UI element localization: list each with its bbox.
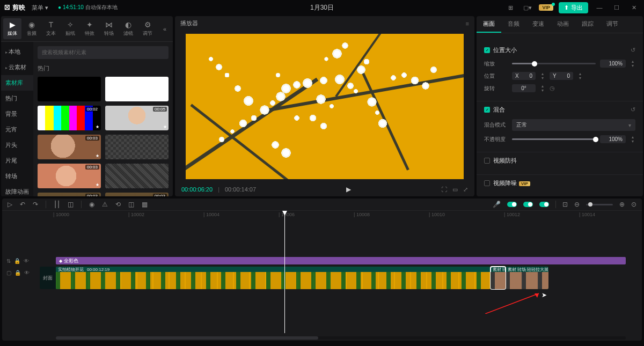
reverse-icon[interactable]: ⟲	[115, 201, 121, 208]
stabilize-checkbox[interactable]	[484, 158, 490, 164]
sidebar-item-8[interactable]: 转场	[1, 168, 33, 184]
pos-size-checkbox[interactable]: ✓	[484, 47, 490, 53]
minimize-button[interactable]: —	[594, 2, 605, 13]
play-button[interactable]: ▶	[346, 186, 351, 193]
video-clip-1[interactable]: 实拍植物开花00:00:12:19	[56, 267, 491, 289]
overlay-track-header[interactable]: ⇅🔒👁	[2, 255, 40, 267]
sidebar-item-5[interactable]: 元宵	[1, 122, 33, 137]
media-tab-6[interactable]: ◐滤镜	[119, 18, 137, 39]
select-tool-icon[interactable]: ▷	[8, 201, 12, 208]
viewport-original-icon[interactable]: ⛶	[441, 186, 447, 193]
freeze-icon[interactable]: ▦	[142, 201, 148, 208]
media-thumb-8[interactable]: 00:03	[38, 193, 101, 196]
scale-slider[interactable]	[512, 63, 596, 64]
sidebar-item-0[interactable]: 本地	[1, 44, 33, 60]
video-track-header[interactable]: ▢🔒👁	[2, 267, 40, 278]
search-input[interactable]: 搜索视频素材/元素	[38, 46, 169, 59]
inspector-tab-1[interactable]: 音频	[501, 16, 526, 33]
split-tool-icon[interactable]: ⎮⎮	[54, 201, 60, 208]
media-tab-2[interactable]: T文本	[42, 18, 60, 39]
media-tab-5[interactable]: ⋈转场	[100, 18, 118, 39]
snap-toggle-2[interactable]	[523, 202, 533, 207]
pos-x-input[interactable]: X0	[512, 72, 536, 80]
opacity-slider[interactable]	[512, 138, 596, 140]
scale-value[interactable]: 100%	[600, 60, 626, 68]
media-thumb-4[interactable]: 00:03★	[38, 135, 101, 159]
video-clip-2[interactable]: 素材 转	[491, 267, 506, 289]
media-tab-0[interactable]: ▶媒体	[3, 18, 21, 39]
overlay-clip[interactable]: ◆ 全彩色	[56, 257, 626, 264]
media-thumb-2[interactable]: 00:02★	[38, 106, 101, 130]
player-viewport[interactable]	[175, 31, 474, 182]
opacity-value[interactable]: 100%	[600, 135, 626, 143]
maximize-button[interactable]: ☐	[611, 2, 623, 13]
snap-toggle-1[interactable]	[507, 202, 517, 207]
blend-checkbox[interactable]: ✓	[484, 107, 490, 113]
shortcuts-icon[interactable]: ⊞	[504, 2, 516, 13]
scale-stepper[interactable]: ▴▾	[630, 60, 635, 67]
preview-mode-icon[interactable]: ⊡	[562, 201, 568, 208]
snap-toggle-3[interactable]	[539, 202, 549, 207]
inspector-tab-4[interactable]: 跟踪	[575, 16, 600, 33]
media-thumb-1[interactable]	[105, 77, 169, 101]
inspector-tab-0[interactable]: 画面	[477, 16, 501, 33]
player-menu-icon[interactable]: ≡	[466, 20, 469, 27]
rotation-dial-icon[interactable]: ◷	[550, 85, 555, 92]
zoom-out-icon[interactable]: ⊖	[574, 201, 580, 208]
media-thumb-9[interactable]: 00:03	[105, 193, 169, 196]
scale-label: 缩放	[484, 60, 508, 68]
inspector-tab-5[interactable]: 调节	[600, 16, 625, 33]
close-button[interactable]: ✕	[628, 2, 640, 13]
mic-icon[interactable]: 🎤	[493, 201, 501, 208]
viewport-ratio-icon[interactable]: ▭	[452, 186, 458, 193]
rotation-input[interactable]: 0°	[512, 84, 536, 92]
blend-reset-icon[interactable]: ↺	[631, 106, 635, 113]
rot-stepper[interactable]: ▴▾	[540, 84, 545, 92]
media-tab-4[interactable]: ✦特效	[80, 18, 99, 39]
video-clip-3[interactable]: 素材 转场 轻轻拉大展 00	[506, 267, 548, 289]
media-tab-7[interactable]: ⚙调节	[138, 18, 157, 39]
pos-size-reset-icon[interactable]: ↺	[631, 47, 635, 54]
preview-icon[interactable]: ◉	[89, 201, 94, 208]
crop-icon[interactable]: ◫	[128, 201, 134, 208]
pos-x-stepper[interactable]: ▴▾	[540, 72, 545, 79]
sidebar-item-3[interactable]: 热门	[1, 91, 33, 106]
vip-badge[interactable]: VIP	[539, 4, 553, 11]
sidebar-item-4[interactable]: 背景	[1, 106, 33, 122]
export-button[interactable]: ⬆ 导出	[559, 2, 588, 13]
sidebar-item-9[interactable]: 故障动画	[1, 184, 33, 196]
undo-icon[interactable]: ↶	[20, 201, 25, 208]
warning-icon[interactable]: ⚠	[102, 201, 108, 208]
media-thumb-0[interactable]	[38, 77, 101, 101]
collapse-panel-icon[interactable]: «	[159, 24, 171, 34]
sidebar-item-7[interactable]: 片尾	[1, 153, 33, 168]
timeline-scrollbar[interactable]	[56, 336, 626, 340]
blend-mode-select[interactable]: 正常▾	[512, 119, 635, 131]
inspector-tab-2[interactable]: 变速	[526, 16, 551, 33]
media-thumb-3[interactable]: 00:05★	[105, 106, 169, 130]
cover-button[interactable]: 封面	[40, 267, 56, 289]
pos-y-stepper[interactable]: ▴▾	[577, 72, 583, 79]
inspector-tab-3[interactable]: 动画	[551, 16, 575, 33]
playhead[interactable]	[284, 211, 285, 333]
layout-icon[interactable]: ▢▾	[522, 2, 533, 13]
delete-left-icon[interactable]: ◫	[68, 201, 74, 208]
denoise-checkbox[interactable]	[484, 180, 490, 186]
media-thumb-5[interactable]	[105, 135, 169, 159]
menu-button[interactable]: 菜单 ▾	[32, 4, 48, 12]
fullscreen-icon[interactable]: ⤢	[463, 186, 468, 193]
media-tab-1[interactable]: ◉音频	[23, 18, 41, 39]
sidebar-item-2[interactable]: 素材库	[1, 75, 33, 91]
zoom-fit-icon[interactable]: ⊙	[631, 201, 636, 208]
redo-icon[interactable]: ↷	[33, 201, 38, 208]
section-title: 热门	[38, 64, 169, 72]
zoom-in-icon[interactable]: ⊕	[619, 201, 625, 208]
sidebar-item-6[interactable]: 片头	[1, 137, 33, 153]
pos-y-input[interactable]: Y0	[550, 72, 573, 80]
sidebar-item-1[interactable]: 云素材	[1, 60, 33, 75]
zoom-slider[interactable]	[586, 204, 613, 205]
media-thumb-6[interactable]: 00:03★	[38, 164, 101, 188]
opacity-stepper[interactable]: ▴▾	[630, 135, 635, 143]
media-thumb-7[interactable]	[105, 164, 169, 188]
media-tab-3[interactable]: ✧贴纸	[61, 18, 79, 39]
